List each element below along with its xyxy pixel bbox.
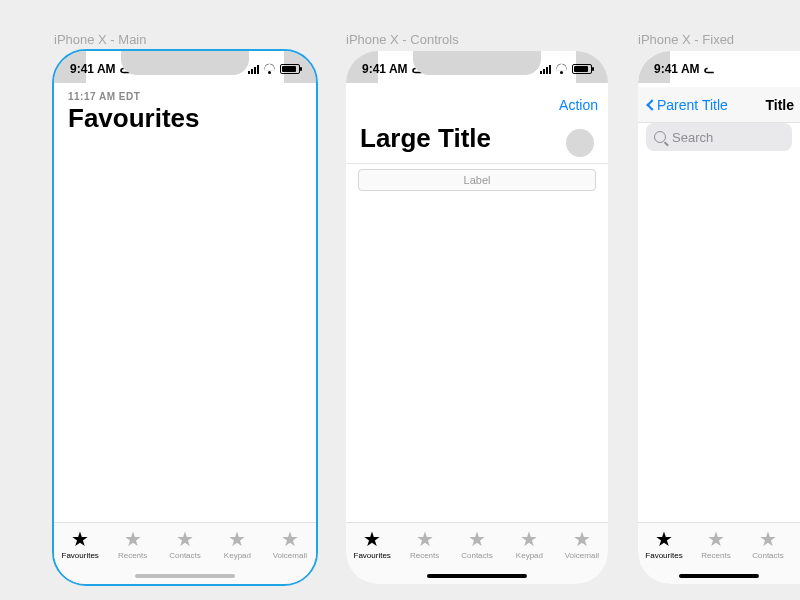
segment-label: Label (464, 174, 491, 186)
avatar[interactable] (566, 129, 594, 157)
home-indicator[interactable] (135, 574, 235, 578)
search-input[interactable]: Search (646, 123, 792, 151)
tab-voicemail[interactable]: ★Voicemail (556, 523, 608, 584)
device-notch (121, 51, 249, 75)
star-icon: ★ (281, 529, 299, 549)
star-icon: ★ (176, 529, 194, 549)
battery-icon (572, 64, 592, 74)
star-icon: ★ (759, 529, 777, 549)
cellular-icon (540, 64, 551, 74)
nav-action-button[interactable]: Action (559, 97, 598, 113)
page-title: Large Title (360, 123, 491, 154)
star-icon: ★ (468, 529, 486, 549)
status-time: 9:41 AM (654, 62, 700, 76)
chevron-left-icon (646, 99, 657, 110)
status-time: 9:41 AM (70, 62, 116, 76)
cellular-icon (248, 64, 259, 74)
tab-label: Recents (701, 551, 730, 560)
tab-label: Contacts (752, 551, 784, 560)
artboard-fixed[interactable]: 9:41 AM ᓚ Parent Title Title Search ★Fav… (638, 51, 800, 584)
star-icon: ★ (655, 529, 673, 549)
tab-label: Recents (118, 551, 147, 560)
tab-favourites[interactable]: ★Favourites (346, 523, 398, 584)
status-bar: 9:41 AM ᓚ (638, 51, 800, 87)
tab-favourites[interactable]: ★Favourites (54, 523, 106, 584)
tab-label: Favourites (62, 551, 99, 560)
star-icon: ★ (71, 529, 89, 549)
nav-bar: Action (346, 87, 608, 123)
nav-bar: Parent Title Title (638, 87, 800, 123)
wifi-icon (263, 64, 276, 74)
tab-voicemail[interactable]: ★Voicemail (264, 523, 316, 584)
header-subtime: 11:17 AM EDT (68, 91, 140, 102)
design-canvas: iPhone X - Main iPhone X - Controls iPho… (0, 0, 800, 600)
artboard-controls[interactable]: 9:41 AM ᓚ Action Large Title Label ★Favo… (346, 51, 608, 584)
location-icon: ᓚ (704, 63, 714, 75)
device-notch (413, 51, 541, 75)
segmented-control[interactable]: Label (358, 169, 596, 191)
home-indicator[interactable] (427, 574, 527, 578)
status-time: 9:41 AM (362, 62, 408, 76)
star-icon: ★ (228, 529, 246, 549)
tab-label: Voicemail (273, 551, 307, 560)
tab-label: Favourites (354, 551, 391, 560)
divider (346, 163, 608, 164)
nav-back-label: Parent Title (657, 97, 728, 113)
tab-label: Voicemail (565, 551, 599, 560)
tab-label: Keypad (516, 551, 543, 560)
tab-label: Contacts (461, 551, 493, 560)
artboard-main[interactable]: 9:41 AM ᓚ 11:17 AM EDT Favourites ★Favou… (54, 51, 316, 584)
frame-label-main: iPhone X - Main (54, 32, 147, 47)
star-icon: ★ (707, 529, 725, 549)
tab-label: Contacts (169, 551, 201, 560)
tab-label: Recents (410, 551, 439, 560)
star-icon: ★ (363, 529, 381, 549)
star-icon: ★ (416, 529, 434, 549)
star-icon: ★ (573, 529, 591, 549)
page-title: Favourites (68, 103, 200, 134)
nav-title: Title (765, 97, 794, 113)
battery-icon (280, 64, 300, 74)
tab-label: Favourites (645, 551, 682, 560)
frame-label-fixed: iPhone X - Fixed (638, 32, 734, 47)
star-icon: ★ (124, 529, 142, 549)
frame-label-controls: iPhone X - Controls (346, 32, 459, 47)
home-indicator[interactable] (679, 574, 759, 578)
search-icon (654, 131, 666, 143)
tab-label: Keypad (224, 551, 251, 560)
star-icon: ★ (520, 529, 538, 549)
wifi-icon (555, 64, 568, 74)
search-placeholder: Search (672, 130, 713, 145)
